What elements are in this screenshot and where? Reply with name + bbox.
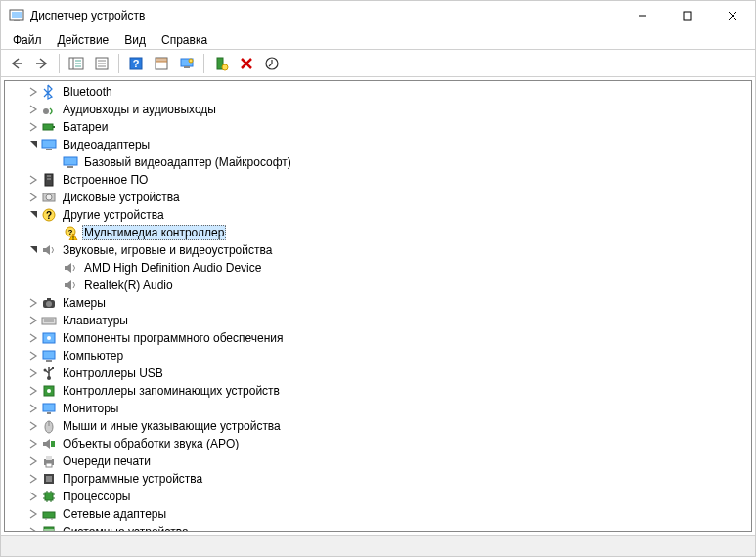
tree-row[interactable]: ?Другие устройства	[9, 206, 751, 224]
tree-item-label[interactable]: Очереди печати	[61, 454, 153, 468]
tree-row[interactable]: Встроенное ПО	[9, 171, 751, 189]
maximize-button[interactable]	[665, 1, 710, 30]
swdevice-icon	[41, 471, 57, 487]
tree-row[interactable]: Мониторы	[9, 400, 751, 417]
expand-arrow-icon[interactable]	[26, 525, 40, 531]
tree-row[interactable]: Процессоры	[9, 488, 751, 505]
collapse-arrow-icon[interactable]	[26, 243, 40, 257]
svg-rect-32	[43, 124, 53, 130]
tree-item-label[interactable]: Мониторы	[61, 402, 120, 415]
tree-row[interactable]: Мыши и иные указывающие устройства	[9, 417, 751, 435]
tree-item-label[interactable]: Bluetooth	[61, 85, 114, 99]
tree-row[interactable]: Дисковые устройства	[9, 189, 751, 206]
tree-item-label[interactable]: AMD High Definition Audio Device	[82, 261, 263, 275]
expand-arrow-icon[interactable]	[26, 314, 40, 327]
properties-icon-button[interactable]	[150, 52, 173, 75]
tree-item-label[interactable]: Другие устройства	[61, 208, 166, 222]
tree-row[interactable]: Очереди печати	[9, 452, 751, 470]
expand-arrow-icon[interactable]	[26, 507, 40, 521]
tree-item-label[interactable]: Объекты обработки звука (APO)	[61, 437, 241, 450]
expand-arrow-icon[interactable]	[26, 419, 40, 433]
expand-arrow-icon[interactable]	[26, 349, 40, 363]
expand-arrow-icon[interactable]	[26, 331, 40, 345]
show-hide-tree-button[interactable]	[65, 52, 88, 75]
storage-icon	[41, 383, 57, 399]
tree-item-label[interactable]: Контроллеры USB	[61, 366, 165, 380]
expand-arrow-icon[interactable]	[26, 402, 40, 415]
toolbar-separator	[203, 54, 204, 73]
expand-arrow-icon[interactable]	[26, 366, 40, 380]
menu-help[interactable]: Справка	[154, 31, 215, 49]
tree-row[interactable]: ▶AMD High Definition Audio Device	[9, 259, 751, 277]
collapse-arrow-icon[interactable]	[26, 208, 40, 222]
tree-item-label[interactable]: Процессоры	[61, 490, 133, 503]
menu-view[interactable]: Вид	[116, 31, 154, 49]
tree-item-label[interactable]: Мультимедиа контроллер	[82, 225, 226, 240]
expand-arrow-icon[interactable]	[26, 490, 40, 503]
expand-arrow-icon[interactable]	[26, 454, 40, 468]
expand-arrow-icon[interactable]	[26, 472, 40, 486]
device-tree[interactable]: BluetoothАудиовходы и аудиовыходыБатареи…	[5, 81, 751, 531]
tree-item-label[interactable]: Камеры	[61, 296, 108, 310]
menu-file[interactable]: Файл	[5, 31, 50, 49]
uninstall-device-button[interactable]	[235, 52, 258, 75]
tree-item-label[interactable]: Аудиовходы и аудиовыходы	[61, 103, 218, 116]
tree-row[interactable]: Объекты обработки звука (APO)	[9, 435, 751, 452]
tree-row[interactable]: Звуковые, игровые и видеоустройства	[9, 241, 751, 259]
tree-row[interactable]: ▶Realtek(R) Audio	[9, 277, 751, 294]
tree-row[interactable]: Сетевые адаптеры	[9, 505, 751, 523]
expand-arrow-icon[interactable]	[26, 296, 40, 310]
tree-item-label[interactable]: Клавиатуры	[61, 314, 130, 327]
tree-row[interactable]: Камеры	[9, 294, 751, 312]
tree-item-label[interactable]: Realtek(R) Audio	[82, 278, 175, 292]
tree-row[interactable]: Батареи	[9, 118, 751, 136]
close-button[interactable]	[710, 1, 755, 30]
tree-row[interactable]: ▶?!Мультимедиа контроллер	[9, 224, 751, 241]
svg-rect-81	[45, 493, 53, 500]
enable-device-button[interactable]	[209, 52, 233, 75]
expand-arrow-icon[interactable]	[26, 437, 40, 450]
minimize-button[interactable]	[620, 1, 665, 30]
tree-row[interactable]: Контроллеры USB	[9, 364, 751, 382]
svg-text:?: ?	[133, 58, 140, 69]
tree-item-label[interactable]: Батареи	[61, 120, 110, 134]
tree-item-label[interactable]: Базовый видеоадаптер (Майкрософт)	[82, 155, 293, 169]
expand-arrow-icon[interactable]	[26, 103, 40, 116]
tree-row[interactable]: ▶Базовый видеоадаптер (Майкрософт)	[9, 153, 751, 171]
tree-item-label[interactable]: Компьютер	[61, 349, 125, 363]
properties-button[interactable]	[90, 52, 113, 75]
tree-row[interactable]: Bluetooth	[9, 83, 751, 101]
menu-action[interactable]: Действие	[50, 31, 117, 49]
tree-item-label[interactable]: Мыши и иные указывающие устройства	[61, 419, 283, 433]
svg-point-53	[46, 301, 52, 307]
svg-rect-61	[46, 360, 52, 362]
tree-item-label[interactable]: Программные устройства	[61, 472, 204, 486]
tree-row[interactable]: Программные устройства	[9, 470, 751, 488]
expand-arrow-icon[interactable]	[26, 384, 40, 398]
update-driver-button[interactable]	[260, 52, 284, 75]
back-button[interactable]	[5, 52, 28, 75]
tree-item-label[interactable]: Контроллеры запоминающих устройств	[61, 384, 282, 398]
tree-row[interactable]: Аудиовходы и аудиовыходы	[9, 101, 751, 118]
scan-hw-button[interactable]	[175, 52, 199, 75]
tree-row[interactable]: Клавиатуры	[9, 312, 751, 329]
tree-item-label[interactable]: Дисковые устройства	[61, 191, 182, 204]
expand-arrow-icon[interactable]	[26, 173, 40, 187]
tree-item-label[interactable]: Системные устройства	[61, 525, 191, 531]
collapse-arrow-icon[interactable]	[26, 138, 40, 151]
tree-item-label[interactable]: Звуковые, игровые и видеоустройства	[61, 243, 274, 257]
expand-arrow-icon[interactable]	[26, 85, 40, 99]
tree-item-label[interactable]: Компоненты программного обеспечения	[61, 331, 286, 345]
expand-arrow-icon[interactable]	[26, 120, 40, 134]
tree-row[interactable]: Компьютер	[9, 347, 751, 364]
forward-button[interactable]	[30, 52, 54, 75]
tree-row[interactable]: Системные устройства	[9, 523, 751, 531]
expand-arrow-icon[interactable]	[26, 191, 40, 204]
tree-item-label[interactable]: Сетевые адаптеры	[61, 507, 168, 521]
help-button[interactable]: ?	[124, 52, 148, 75]
tree-row[interactable]: Компоненты программного обеспечения	[9, 329, 751, 347]
tree-item-label[interactable]: Видеоадаптеры	[61, 138, 152, 151]
tree-row[interactable]: Контроллеры запоминающих устройств	[9, 382, 751, 400]
tree-row[interactable]: Видеоадаптеры	[9, 136, 751, 153]
tree-item-label[interactable]: Встроенное ПО	[61, 173, 150, 187]
